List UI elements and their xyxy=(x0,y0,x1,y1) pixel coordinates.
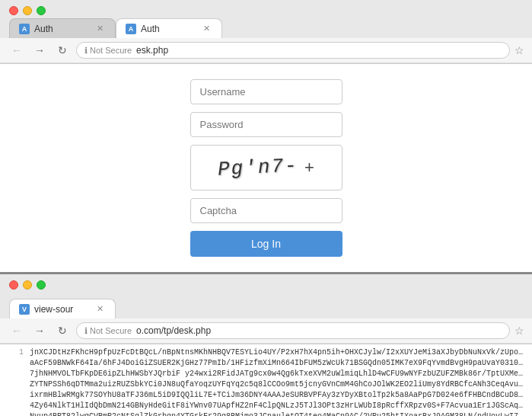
address-text-2: o.com/tp/desk.php xyxy=(136,325,502,336)
code-line: ZYTNPSSh6qDTMma2uizRUZSbkYCi0JN8uQfaYoqz… xyxy=(0,379,532,390)
tab-favicon-source: V xyxy=(19,304,30,315)
tab-favicon-1: A xyxy=(19,24,30,34)
traffic-light-red[interactable] xyxy=(9,6,18,15)
browser-chrome-bottom: V view-sour ✕ ← → ↻ ℹ Not Secure o.com/t… xyxy=(0,274,532,344)
tab-favicon-2: A xyxy=(126,24,136,34)
forward-button[interactable]: → xyxy=(30,41,49,59)
password-input[interactable] xyxy=(190,112,342,137)
code-line: aAcF59BNWkF64Ia/6hFJ4DoiGiZSUER2KjGHz77P… xyxy=(0,358,532,369)
username-input[interactable] xyxy=(190,79,342,104)
tab-2[interactable]: A Auth ✕ xyxy=(116,18,222,38)
tab-2-close[interactable]: ✕ xyxy=(201,23,212,34)
info-icon-2: ℹ xyxy=(84,326,88,336)
info-icon: ℹ xyxy=(84,46,88,56)
address-bar-2[interactable]: ℹ Not Secure o.com/tp/desk.php xyxy=(76,322,510,339)
bookmark-button[interactable]: ☆ xyxy=(514,44,524,56)
code-line: 7jhNHMVOLTbFKpDE6ipZLhHWSbYJQrbiF y24wxi… xyxy=(0,369,532,379)
refresh-button[interactable]: ↻ xyxy=(53,41,72,59)
traffic-light-green[interactable] xyxy=(37,6,46,15)
captcha-text: Pg'n7- xyxy=(218,154,299,181)
tab-2-label: Auth xyxy=(141,24,160,34)
traffic-light-yellow[interactable] xyxy=(23,6,32,15)
captcha-plus: + xyxy=(304,158,314,178)
address-bar-1[interactable]: ℹ Not Secure esk.php xyxy=(76,42,510,59)
address-text-1: esk.php xyxy=(136,45,502,56)
tab-source-close[interactable]: ✕ xyxy=(94,303,106,315)
tab-1[interactable]: A Auth ✕ xyxy=(9,18,116,38)
forward-button-2[interactable]: → xyxy=(30,322,49,340)
tab-1-close[interactable]: ✕ xyxy=(94,23,106,34)
login-button[interactable]: Log In xyxy=(190,231,342,257)
tab-source-label: view-sour xyxy=(34,304,73,315)
code-line: ixrmHBlwRMgk77SOYhU8aTFJ36mL5iD9IQQliL7E… xyxy=(0,390,532,401)
nav-bar-2: ← → ↻ ℹ Not Secure o.com/tp/desk.php ☆ xyxy=(0,318,532,344)
traffic-light-red-2[interactable] xyxy=(9,280,18,290)
bookmark-button-2[interactable]: ☆ xyxy=(514,325,524,337)
traffic-light-green-2[interactable] xyxy=(37,280,46,290)
code-line: 1jnXCJDtHzFKhcH9pfpUzFcDtBQcL/nBpNtnsMKh… xyxy=(0,347,532,358)
nav-bar-1: ← → ↻ ℹ Not Secure esk.php ☆ xyxy=(0,38,532,63)
tab-1-label: Auth xyxy=(34,24,53,34)
code-line: 4Zy64NlkT1HlIdQbDmN214GBNyHdeGitF8iYWnv0… xyxy=(0,401,532,411)
source-code-view: 1jnXCJDtHzFKhcH9pfpUzFcDtBQcL/nBpNtnsMKh… xyxy=(0,344,532,416)
not-secure-indicator: ℹ Not Secure xyxy=(84,46,132,56)
tab-source[interactable]: V view-sour ✕ xyxy=(9,299,116,318)
captcha-input[interactable] xyxy=(190,198,342,223)
browser-pane-1: Pg'n7- + Log In xyxy=(0,64,532,274)
login-form: Pg'n7- + Log In xyxy=(190,79,342,257)
refresh-button-2[interactable]: ↻ xyxy=(53,322,72,340)
code-line: Nvup4BRT82lwgCVBmP2cNtSqlZkGrbgn4YTGrkFr… xyxy=(0,411,532,416)
browser-bottom: V view-sour ✕ ← → ↻ ℹ Not Secure o.com/t… xyxy=(0,274,532,416)
not-secure-indicator-2: ℹ Not Secure xyxy=(84,326,132,336)
back-button-2[interactable]: ← xyxy=(8,322,26,340)
captcha-image: Pg'n7- + xyxy=(190,145,342,190)
traffic-light-yellow-2[interactable] xyxy=(23,280,32,290)
back-button[interactable]: ← xyxy=(8,41,26,59)
